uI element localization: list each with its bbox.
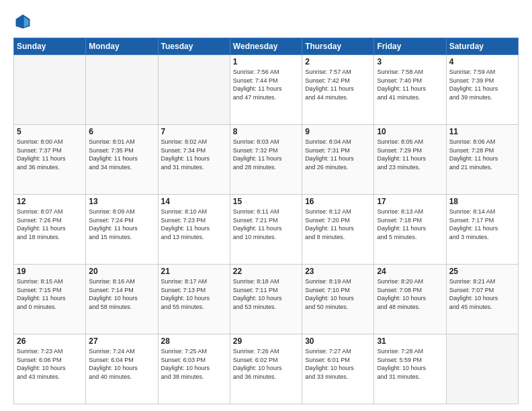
day-number: 9 [305, 127, 371, 136]
day-info: Sunrise: 8:01 AM Sunset: 7:35 PM Dayligh… [89, 138, 154, 171]
calendar-cell: 28Sunrise: 7:25 AM Sunset: 6:03 PM Dayli… [158, 334, 230, 404]
calendar-cell: 1Sunrise: 7:56 AM Sunset: 7:44 PM Daylig… [230, 55, 302, 125]
day-info: Sunrise: 8:12 AM Sunset: 7:20 PM Dayligh… [305, 208, 371, 241]
calendar-cell: 29Sunrise: 7:26 AM Sunset: 6:02 PM Dayli… [230, 334, 302, 404]
day-number: 30 [305, 336, 371, 346]
day-number: 8 [233, 127, 299, 136]
day-number: 5 [17, 127, 83, 136]
day-info: Sunrise: 8:19 AM Sunset: 7:10 PM Dayligh… [305, 277, 371, 311]
calendar-week-3: 12Sunrise: 8:07 AM Sunset: 7:26 PM Dayli… [14, 195, 519, 265]
day-number: 4 [449, 57, 515, 66]
weekday-header-saturday: Saturday [446, 38, 518, 55]
calendar-cell: 21Sunrise: 8:17 AM Sunset: 7:13 PM Dayli… [158, 265, 230, 334]
page: SundayMondayTuesdayWednesdayThursdayFrid… [0, 0, 532, 411]
calendar-cell: 3Sunrise: 7:58 AM Sunset: 7:40 PM Daylig… [374, 55, 446, 125]
day-number: 17 [377, 197, 443, 206]
calendar-cell: 6Sunrise: 8:01 AM Sunset: 7:35 PM Daylig… [86, 125, 158, 195]
day-info: Sunrise: 8:00 AM Sunset: 7:37 PM Dayligh… [17, 138, 83, 171]
day-info: Sunrise: 7:23 AM Sunset: 6:06 PM Dayligh… [17, 347, 83, 381]
weekday-header-wednesday: Wednesday [230, 38, 302, 55]
weekday-header-monday: Monday [86, 38, 158, 55]
day-number: 18 [449, 197, 515, 206]
day-info: Sunrise: 8:06 AM Sunset: 7:28 PM Dayligh… [449, 138, 515, 171]
day-number: 29 [233, 336, 299, 346]
calendar-cell [14, 55, 86, 125]
day-info: Sunrise: 8:03 AM Sunset: 7:32 PM Dayligh… [233, 138, 299, 171]
weekday-header-tuesday: Tuesday [158, 38, 230, 55]
day-info: Sunrise: 7:24 AM Sunset: 6:04 PM Dayligh… [89, 347, 154, 381]
day-info: Sunrise: 8:18 AM Sunset: 7:11 PM Dayligh… [233, 277, 299, 311]
calendar-cell: 25Sunrise: 8:21 AM Sunset: 7:07 PM Dayli… [446, 265, 518, 334]
day-info: Sunrise: 8:05 AM Sunset: 7:29 PM Dayligh… [377, 138, 443, 171]
day-number: 2 [305, 57, 371, 66]
header [13, 12, 519, 31]
day-info: Sunrise: 8:16 AM Sunset: 7:14 PM Dayligh… [89, 277, 154, 311]
day-info: Sunrise: 8:04 AM Sunset: 7:31 PM Dayligh… [305, 138, 371, 171]
calendar-cell: 8Sunrise: 8:03 AM Sunset: 7:32 PM Daylig… [230, 125, 302, 195]
day-number: 26 [17, 336, 83, 346]
day-number: 1 [233, 57, 299, 66]
day-info: Sunrise: 7:27 AM Sunset: 6:01 PM Dayligh… [305, 347, 371, 381]
day-number: 21 [161, 267, 227, 276]
calendar-cell [446, 334, 518, 404]
day-number: 22 [233, 267, 299, 276]
day-info: Sunrise: 8:13 AM Sunset: 7:18 PM Dayligh… [377, 208, 443, 241]
calendar-cell: 14Sunrise: 8:10 AM Sunset: 7:23 PM Dayli… [158, 195, 230, 265]
calendar-cell: 5Sunrise: 8:00 AM Sunset: 7:37 PM Daylig… [14, 125, 86, 195]
day-number: 31 [377, 336, 443, 346]
calendar-cell: 12Sunrise: 8:07 AM Sunset: 7:26 PM Dayli… [14, 195, 86, 265]
day-info: Sunrise: 8:11 AM Sunset: 7:21 PM Dayligh… [233, 208, 299, 241]
calendar-cell: 11Sunrise: 8:06 AM Sunset: 7:28 PM Dayli… [446, 125, 518, 195]
day-number: 20 [89, 267, 154, 276]
calendar-cell: 2Sunrise: 7:57 AM Sunset: 7:42 PM Daylig… [302, 55, 374, 125]
day-info: Sunrise: 8:17 AM Sunset: 7:13 PM Dayligh… [161, 277, 227, 311]
day-number: 7 [161, 127, 227, 136]
day-number: 27 [89, 336, 154, 346]
calendar-cell: 31Sunrise: 7:28 AM Sunset: 5:59 PM Dayli… [374, 334, 446, 404]
day-info: Sunrise: 7:26 AM Sunset: 6:02 PM Dayligh… [233, 347, 299, 381]
day-number: 14 [161, 197, 227, 206]
day-info: Sunrise: 8:14 AM Sunset: 7:17 PM Dayligh… [449, 208, 515, 241]
calendar-cell: 18Sunrise: 8:14 AM Sunset: 7:17 PM Dayli… [446, 195, 518, 265]
day-number: 6 [89, 127, 154, 136]
day-number: 10 [377, 127, 443, 136]
calendar-week-1: 1Sunrise: 7:56 AM Sunset: 7:44 PM Daylig… [14, 55, 519, 125]
day-info: Sunrise: 8:10 AM Sunset: 7:23 PM Dayligh… [161, 208, 227, 241]
calendar-cell: 7Sunrise: 8:02 AM Sunset: 7:34 PM Daylig… [158, 125, 230, 195]
day-number: 28 [161, 336, 227, 346]
logo [13, 12, 36, 31]
day-number: 25 [449, 267, 515, 276]
calendar-cell: 9Sunrise: 8:04 AM Sunset: 7:31 PM Daylig… [302, 125, 374, 195]
day-number: 23 [305, 267, 371, 276]
calendar-cell: 26Sunrise: 7:23 AM Sunset: 6:06 PM Dayli… [14, 334, 86, 404]
day-number: 12 [17, 197, 83, 206]
day-number: 13 [89, 197, 154, 206]
calendar-cell: 24Sunrise: 8:20 AM Sunset: 7:08 PM Dayli… [374, 265, 446, 334]
day-number: 19 [17, 267, 83, 276]
day-number: 15 [233, 197, 299, 206]
calendar-cell: 16Sunrise: 8:12 AM Sunset: 7:20 PM Dayli… [302, 195, 374, 265]
day-number: 16 [305, 197, 371, 206]
day-info: Sunrise: 7:56 AM Sunset: 7:44 PM Dayligh… [233, 68, 299, 101]
calendar-week-2: 5Sunrise: 8:00 AM Sunset: 7:37 PM Daylig… [14, 125, 519, 195]
calendar-cell [158, 55, 230, 125]
day-info: Sunrise: 8:20 AM Sunset: 7:08 PM Dayligh… [377, 277, 443, 311]
day-info: Sunrise: 8:21 AM Sunset: 7:07 PM Dayligh… [449, 277, 515, 311]
calendar-cell: 17Sunrise: 8:13 AM Sunset: 7:18 PM Dayli… [374, 195, 446, 265]
calendar-cell: 22Sunrise: 8:18 AM Sunset: 7:11 PM Dayli… [230, 265, 302, 334]
day-number: 11 [449, 127, 515, 136]
calendar-table: SundayMondayTuesdayWednesdayThursdayFrid… [13, 38, 519, 404]
calendar-cell: 23Sunrise: 8:19 AM Sunset: 7:10 PM Dayli… [302, 265, 374, 334]
day-info: Sunrise: 8:15 AM Sunset: 7:15 PM Dayligh… [17, 277, 83, 311]
calendar-cell: 27Sunrise: 7:24 AM Sunset: 6:04 PM Dayli… [86, 334, 158, 404]
day-info: Sunrise: 7:28 AM Sunset: 5:59 PM Dayligh… [377, 347, 443, 381]
day-number: 3 [377, 57, 443, 66]
calendar-week-4: 19Sunrise: 8:15 AM Sunset: 7:15 PM Dayli… [14, 265, 519, 334]
day-info: Sunrise: 8:07 AM Sunset: 7:26 PM Dayligh… [17, 208, 83, 241]
calendar-cell: 10Sunrise: 8:05 AM Sunset: 7:29 PM Dayli… [374, 125, 446, 195]
weekday-header-row: SundayMondayTuesdayWednesdayThursdayFrid… [14, 38, 519, 55]
weekday-header-thursday: Thursday [302, 38, 374, 55]
calendar-cell: 20Sunrise: 8:16 AM Sunset: 7:14 PM Dayli… [86, 265, 158, 334]
calendar-cell: 19Sunrise: 8:15 AM Sunset: 7:15 PM Dayli… [14, 265, 86, 334]
calendar-cell: 4Sunrise: 7:59 AM Sunset: 7:39 PM Daylig… [446, 55, 518, 125]
